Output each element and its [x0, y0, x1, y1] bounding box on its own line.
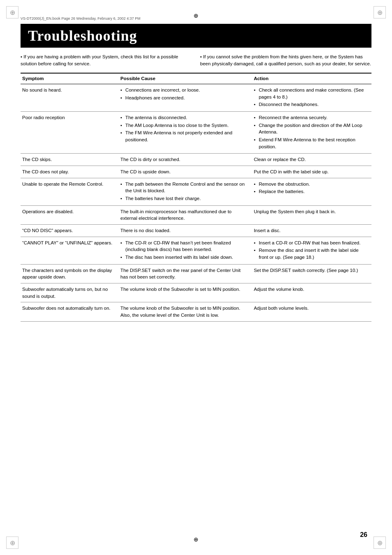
action-item: Check all connections and make correctio… — [254, 87, 368, 100]
symptom-cell: The CD skips. — [21, 154, 119, 166]
symptom-cell: Subwoofer automatically turns on, but no… — [21, 283, 119, 302]
action-item: Disconnect the headphones. — [254, 101, 368, 108]
corner-mark-tr: ⊕ — [374, 6, 386, 18]
action-cell: Check all connections and make correctio… — [252, 84, 371, 112]
cause-cell: The CD is dirty or scratched. — [119, 154, 252, 166]
symptom-cell: Operations are disabled. — [21, 205, 119, 224]
table-row: The CD skips.The CD is dirty or scratche… — [21, 154, 371, 166]
cause-item: The AM Loop Antenna is too close to the … — [120, 122, 249, 129]
table-row: “CANNOT PLAY” or “UNFINALIZ” appears.The… — [21, 237, 371, 264]
action-cell: Set the DISP.SET switch correctly. (See … — [252, 264, 371, 283]
action-cell: Remove the obstruction.Replace the batte… — [252, 178, 371, 205]
cause-cell: The volume knob of the Subwoofer is set … — [119, 283, 252, 302]
action-item: Insert a CD-R or CD-RW that has been fin… — [254, 240, 368, 246]
corner-mark-br: ⊕ — [374, 537, 386, 549]
symptom-cell: Poor radio reception — [21, 112, 119, 154]
symptom-cell: Subwoofer does not automatically turn on… — [21, 302, 119, 321]
page: ⊕ ⊕ ⊕ ⊕ ⊕ ⊕ VS-DT2000(J)_EN.book Page 26… — [0, 0, 392, 555]
reg-mark-bm: ⊕ — [192, 535, 200, 543]
header-action: Action — [252, 73, 371, 84]
cause-cell: The DISP.SET switch on the rear panel of… — [119, 264, 252, 283]
cause-cell: The CD-R or CD-RW that hasn’t yet been f… — [119, 237, 252, 264]
action-cell: Adjust the volume knob. — [252, 283, 371, 302]
cause-item: The FM Wire Antenna is not properly exte… — [120, 129, 249, 143]
symptom-cell: Unable to operate the Remote Control. — [21, 178, 119, 205]
table-row: “CD NO DISC” appears.There is no disc lo… — [21, 225, 371, 237]
cause-cell: There is no disc loaded. — [119, 225, 252, 237]
symptom-cell: “CD NO DISC” appears. — [21, 225, 119, 237]
cause-item: The disc has been inserted with its labe… — [120, 254, 249, 261]
cause-cell: The CD is upside down. — [119, 166, 252, 178]
table-row: Unable to operate the Remote Control.The… — [21, 178, 371, 205]
action-item: Reconnect the antenna securely. — [254, 114, 368, 121]
action-cell: Insert a disc. — [252, 225, 371, 237]
table-row: The CD does not play.The CD is upside do… — [21, 166, 371, 178]
action-item: Replace the batteries. — [254, 188, 368, 195]
action-cell: Clean or replace the CD. — [252, 154, 371, 166]
page-title: Troubleshooting — [21, 24, 371, 48]
table-row: Subwoofer automatically turns on, but no… — [21, 283, 371, 302]
cause-item: The batteries have lost their charge. — [120, 195, 249, 202]
action-item: Change the position and direction of the… — [254, 122, 368, 136]
action-cell: Reconnect the antenna securely.Change th… — [252, 112, 371, 154]
header-cause: Possible Cause — [119, 73, 252, 84]
intro-left: • If you are having a problem with your … — [21, 53, 192, 67]
cause-item: The antenna is disconnected. — [120, 114, 249, 121]
cause-item: Connections are incorrect, or loose. — [120, 87, 249, 94]
action-item: Remove the disc and insert it with the l… — [254, 247, 368, 260]
intro-right: • If you cannot solve the problem from t… — [200, 53, 371, 67]
corner-mark-bl: ⊕ — [6, 537, 18, 549]
corner-mark-tl: ⊕ — [6, 6, 18, 18]
cause-item: Headphones are connected. — [120, 94, 249, 101]
action-cell: Insert a CD-R or CD-RW that has been fin… — [252, 237, 371, 264]
symptom-cell: The characters and symbols on the displa… — [21, 264, 119, 283]
table-row: Subwoofer does not automatically turn on… — [21, 302, 371, 321]
troubleshooting-table: Symptom Possible Cause Action No sound i… — [21, 73, 371, 321]
page-number: 26 — [360, 531, 367, 539]
cause-item: The path between the Remote Control and … — [120, 181, 249, 194]
cause-cell: The built-in microprocessor has malfunct… — [119, 205, 252, 224]
action-cell: Adjust both volume levels. — [252, 302, 371, 321]
reg-mark-tm: ⊕ — [192, 12, 200, 20]
cause-cell: The volume knob of the Subwoofer is set … — [119, 302, 252, 321]
action-cell: Unplug the System then plug it back in. — [252, 205, 371, 224]
cause-cell: The antenna is disconnected.The AM Loop … — [119, 112, 252, 154]
action-item: Extend FM Wire Antenna to the best recep… — [254, 136, 368, 150]
table-row: Poor radio receptionThe antenna is disco… — [21, 112, 371, 154]
table-row: Operations are disabled.The built-in mic… — [21, 205, 371, 224]
symptom-cell: “CANNOT PLAY” or “UNFINALIZ” appears. — [21, 237, 119, 264]
cause-item: The CD-R or CD-RW that hasn’t yet been f… — [120, 240, 249, 253]
table-row: The characters and symbols on the displa… — [21, 264, 371, 283]
action-item: Remove the obstruction. — [254, 181, 368, 188]
symptom-cell: The CD does not play. — [21, 166, 119, 178]
intro-section: • If you are having a problem with your … — [21, 53, 371, 67]
cause-cell: The path between the Remote Control and … — [119, 178, 252, 205]
symptom-cell: No sound is heard. — [21, 84, 119, 112]
action-cell: Put the CD in with the label side up. — [252, 166, 371, 178]
header-symptom: Symptom — [21, 73, 119, 84]
table-row: No sound is heard.Connections are incorr… — [21, 84, 371, 112]
cause-cell: Connections are incorrect, or loose.Head… — [119, 84, 252, 112]
